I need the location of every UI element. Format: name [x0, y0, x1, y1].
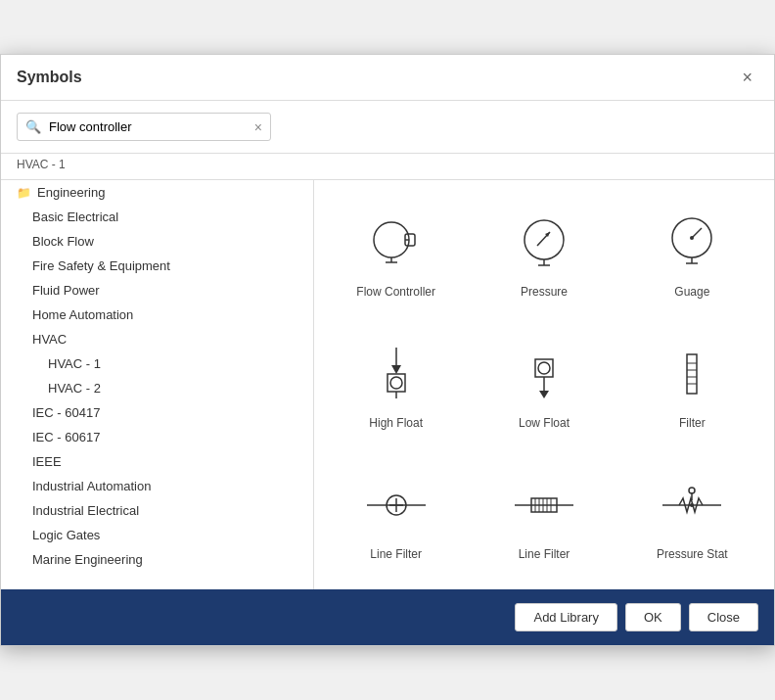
search-clear-button[interactable]: × — [247, 116, 270, 139]
svg-marker-23 — [539, 391, 549, 398]
dialog-footer: Add Library OK Close — [1, 589, 774, 645]
symbol-pressure[interactable]: Pressure — [478, 196, 610, 311]
pressure-icon — [510, 209, 578, 277]
tree-item-label: Industrial Electrical — [32, 503, 139, 518]
search-container: 🔍 × — [17, 113, 271, 141]
close-dialog-button[interactable]: Close — [689, 603, 758, 631]
tree-item-label: Industrial Automation — [32, 479, 151, 493]
add-library-button[interactable]: Add Library — [515, 603, 616, 631]
tree-item-label: Block Flow — [32, 234, 94, 249]
search-icon: 🔍 — [18, 114, 49, 140]
line-filter-2-icon — [510, 471, 578, 539]
symbol-pressure-stat[interactable]: Pressure Stat — [626, 458, 758, 574]
symbol-gauge[interactable]: Guage — [626, 196, 758, 311]
right-panel: Flow Controller Pressure — [314, 180, 774, 589]
tree-item-label: Marine Engineering — [32, 552, 143, 567]
symbol-filter[interactable]: Filter — [626, 327, 758, 443]
line-filter-1-label: Line Filter — [370, 547, 422, 561]
tree-item-ieee[interactable]: IEEE — [1, 449, 313, 474]
tree-item-label: IEEE — [32, 454, 62, 469]
tree-item-industrial-electrical[interactable]: Industrial Electrical — [1, 498, 313, 523]
tree-item-label: Fire Safety & Equipment — [32, 258, 170, 273]
tree-item-label: Basic Electrical — [32, 210, 118, 224]
svg-marker-16 — [391, 365, 401, 374]
symbol-high-float[interactable]: High Float — [330, 327, 462, 443]
high-float-label: High Float — [369, 416, 423, 430]
tree-item-fire-safety[interactable]: Fire Safety & Equipment — [1, 254, 313, 278]
svg-line-13 — [692, 228, 702, 238]
search-bar: 🔍 × — [1, 101, 774, 154]
flow-controller-label: Flow Controller — [356, 285, 435, 299]
high-float-icon — [362, 340, 431, 408]
svg-point-0 — [374, 222, 409, 257]
svg-point-41 — [690, 503, 694, 507]
tree-item-home-automation[interactable]: Home Automation — [1, 303, 313, 327]
low-float-icon — [510, 340, 578, 408]
symbol-line-filter-2[interactable]: Line Filter — [478, 458, 610, 574]
symbol-low-float[interactable]: Low Float — [478, 327, 610, 443]
tree-item-basic-electrical[interactable]: Basic Electrical — [1, 205, 313, 229]
tree-item-iec-60617[interactable]: IEC - 60617 — [1, 425, 313, 449]
tree-item-label: Home Automation — [32, 307, 133, 322]
search-input[interactable] — [49, 115, 247, 139]
tree-item-logic-gates[interactable]: Logic Gates — [1, 523, 313, 547]
ok-button[interactable]: OK — [625, 603, 681, 631]
gauge-label: Guage — [674, 285, 709, 299]
symbol-flow-controller[interactable]: Flow Controller — [330, 196, 462, 311]
folder-icon: 📁 — [17, 186, 31, 200]
hvac-label: HVAC - 1 — [1, 154, 774, 179]
svg-point-14 — [690, 236, 694, 240]
svg-point-5 — [524, 220, 564, 259]
tree-item-label: Fluid Power — [32, 283, 100, 298]
tree-item-hvac-2[interactable]: HVAC - 2 — [1, 376, 313, 400]
dialog-title: Symbols — [17, 69, 82, 86]
symbol-grid: Flow Controller Pressure — [330, 196, 758, 574]
tree-item-marine-engineering[interactable]: Marine Engineering — [1, 547, 313, 572]
pressure-stat-label: Pressure Stat — [657, 547, 728, 561]
tree-item-iec-60417[interactable]: IEC - 60417 — [1, 400, 313, 425]
line-filter-2-label: Line Filter — [519, 547, 570, 561]
svg-point-18 — [390, 377, 402, 389]
filter-label: Filter — [679, 416, 706, 430]
tree-item-fluid-power[interactable]: Fluid Power — [1, 278, 313, 303]
symbol-line-filter-1[interactable]: Line Filter — [330, 458, 462, 574]
tree-item-label: HVAC - 1 — [48, 356, 101, 371]
tree-item-industrial-automation[interactable]: Industrial Automation — [1, 474, 313, 498]
tree-item-label: HVAC — [32, 332, 67, 347]
tree-item-label: IEC - 60617 — [32, 430, 100, 444]
tree-item-label: IEC - 60417 — [32, 405, 100, 420]
tree-item-hvac[interactable]: HVAC — [1, 327, 313, 351]
low-float-label: Low Float — [519, 416, 570, 430]
flow-controller-icon — [362, 209, 431, 277]
svg-rect-24 — [687, 354, 697, 394]
line-filter-1-icon — [362, 471, 431, 539]
tree-item-label: Engineering — [37, 185, 105, 200]
pressure-stat-icon — [658, 471, 726, 539]
gauge-icon — [658, 209, 726, 277]
left-panel: 📁 Engineering Basic Electrical Block Flo… — [1, 180, 314, 589]
tree-item-label: HVAC - 2 — [48, 381, 101, 396]
main-content: 📁 Engineering Basic Electrical Block Flo… — [1, 179, 774, 589]
pressure-label: Pressure — [521, 285, 568, 299]
tree-item-block-flow[interactable]: Block Flow — [1, 229, 313, 254]
tree-item-label: Logic Gates — [32, 528, 100, 542]
filter-icon — [658, 340, 726, 408]
svg-point-21 — [538, 362, 550, 374]
symbols-dialog: Symbols × 🔍 × HVAC - 1 📁 Engineering Bas… — [0, 54, 775, 646]
tree-item-hvac-1[interactable]: HVAC - 1 — [1, 351, 313, 376]
dialog-header: Symbols × — [1, 55, 774, 101]
dialog-close-button[interactable]: × — [736, 67, 758, 88]
tree-item-engineering[interactable]: 📁 Engineering — [1, 180, 313, 205]
